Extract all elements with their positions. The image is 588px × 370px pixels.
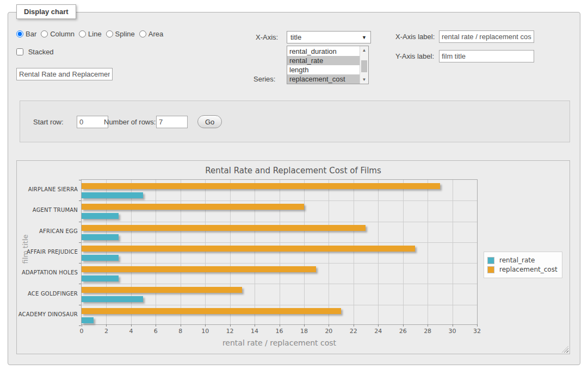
gridline-vertical xyxy=(205,180,206,324)
x-axis-tickmark xyxy=(106,324,107,327)
y-axis-label-field-label: Y-Axis label: xyxy=(395,52,434,60)
x-axis-tickmark xyxy=(329,324,329,327)
radio-column[interactable] xyxy=(41,30,48,37)
radio-bar[interactable] xyxy=(16,30,23,37)
gridline-horizontal xyxy=(82,263,477,264)
gridline-horizontal xyxy=(82,284,477,284)
x-axis-tickmark xyxy=(403,324,404,327)
chart-type-option-column[interactable]: Column xyxy=(41,30,75,38)
y-axis-label-input[interactable] xyxy=(439,50,534,62)
bar-rental_rate xyxy=(82,317,94,323)
start-row-label: Start row: xyxy=(33,118,64,126)
bar-rental_rate xyxy=(82,234,119,240)
series-listbox[interactable]: rental_durationrental_ratelengthreplacem… xyxy=(287,46,369,84)
go-button[interactable]: Go xyxy=(197,115,222,128)
y-axis-tickmark xyxy=(79,222,81,222)
y-axis-tickmark xyxy=(79,325,81,326)
gridline-horizontal xyxy=(82,222,477,222)
chart-title-input[interactable] xyxy=(16,68,113,80)
bar-rental_rate xyxy=(82,255,119,261)
bar-replacement_cost xyxy=(82,225,366,231)
radio-area[interactable] xyxy=(139,30,146,37)
bar-replacement_cost xyxy=(82,183,440,189)
bar-replacement_cost xyxy=(82,266,316,272)
series-option-rental_rate[interactable]: rental_rate xyxy=(287,56,360,65)
series-option-rental_duration[interactable]: rental_duration xyxy=(287,47,360,56)
scroll-down-icon[interactable]: ▼ xyxy=(360,76,368,84)
y-axis-category-label: ACADEMY DINOSAUR xyxy=(17,311,78,317)
x-axis-tickmark xyxy=(428,324,428,327)
chart-container: Rental Rate and Replacement Cost of Film… xyxy=(16,160,570,354)
number-of-rows-input[interactable] xyxy=(156,116,188,128)
x-axis-tick-label: 30 xyxy=(442,328,463,335)
y-axis-category-label: ACE GOLDFINGER xyxy=(17,291,78,297)
chevron-down-icon: ▼ xyxy=(362,35,367,40)
x-axis-tick-label: 8 xyxy=(170,328,191,335)
x-axis-select[interactable]: title ▼ xyxy=(287,31,371,43)
stacked-checkbox[interactable] xyxy=(16,48,23,55)
radio-label: Area xyxy=(148,30,163,38)
bar-rental_rate xyxy=(82,275,119,281)
bar-replacement_cost xyxy=(82,287,242,293)
y-axis-tickmark xyxy=(79,200,81,201)
gridline-vertical xyxy=(106,180,107,324)
scroll-up-icon[interactable]: ▲ xyxy=(360,46,368,54)
chart-type-option-area[interactable]: Area xyxy=(139,30,163,38)
series-option-length[interactable]: length xyxy=(287,65,360,74)
x-axis-tick-label: 4 xyxy=(120,328,142,335)
x-axis-select-label: X-Axis: xyxy=(256,33,278,41)
x-axis-tickmark xyxy=(230,324,231,327)
radio-label: Line xyxy=(88,30,102,38)
gridline-vertical xyxy=(329,180,329,324)
series-option-replacement_cost[interactable]: replacement_cost xyxy=(287,74,360,84)
x-axis-tick-label: 14 xyxy=(244,328,265,335)
gridline-vertical xyxy=(255,180,255,324)
scrollbar-thumb[interactable] xyxy=(361,60,367,72)
y-axis-category-label: AFFAIR PREJUDICE xyxy=(17,249,78,255)
x-axis-tick-label: 0 xyxy=(71,328,92,335)
x-axis-tickmark xyxy=(354,324,354,327)
bar-replacement_cost xyxy=(82,308,341,314)
gridline-vertical xyxy=(378,180,379,324)
legend-swatch-replacement_cost xyxy=(487,266,494,273)
gridline-vertical xyxy=(304,180,305,324)
radio-line[interactable] xyxy=(79,30,86,37)
y-axis-tickmark xyxy=(79,284,81,284)
bar-rental_rate xyxy=(82,213,119,219)
x-axis-tick-label: 2 xyxy=(95,328,117,335)
gridline-horizontal xyxy=(82,242,477,243)
x-axis-tickmark xyxy=(205,324,206,327)
x-axis-tickmark xyxy=(156,324,156,327)
x-axis-tickmark xyxy=(378,324,379,327)
stacked-option[interactable]: Stacked xyxy=(16,48,54,56)
x-axis-tick-label: 16 xyxy=(269,328,290,335)
series-scrollbar[interactable]: ▲ ▼ xyxy=(360,46,368,84)
radio-spline[interactable] xyxy=(106,30,113,37)
gridline-vertical xyxy=(403,180,404,324)
page: Display chart BarColumnLineSplineArea St… xyxy=(0,0,588,370)
gridline-horizontal xyxy=(82,200,477,201)
fieldset-legend: Display chart xyxy=(16,4,76,19)
y-axis-category-label: ADAPTATION HOLES xyxy=(17,269,78,275)
x-axis-tickmark xyxy=(181,324,181,327)
x-axis-tick-label: 18 xyxy=(293,328,315,335)
legend-item-replacement_cost: replacement_cost xyxy=(487,266,558,273)
x-axis-label-input[interactable] xyxy=(439,30,534,43)
y-axis-tickmark xyxy=(79,305,81,305)
y-axis-category-label: AFRICAN EGG xyxy=(17,228,78,234)
gridline-vertical xyxy=(230,180,231,324)
radio-label: Bar xyxy=(26,30,36,38)
gridline-vertical xyxy=(453,180,453,324)
x-axis-tickmark xyxy=(304,324,305,327)
x-axis-tick-label: 12 xyxy=(219,328,241,335)
chart-type-option-spline[interactable]: Spline xyxy=(106,30,135,38)
series-select-label: Series: xyxy=(253,75,275,83)
resize-handle-icon[interactable] xyxy=(562,346,568,353)
chart-type-option-line[interactable]: Line xyxy=(79,30,102,38)
x-axis-tickmark xyxy=(280,324,280,327)
legend-label: replacement_cost xyxy=(499,266,558,273)
radio-label: Column xyxy=(50,30,75,38)
chart-type-option-bar[interactable]: Bar xyxy=(16,30,36,38)
x-axis-tickmark xyxy=(453,324,453,327)
x-axis-tick-label: 24 xyxy=(367,328,389,335)
